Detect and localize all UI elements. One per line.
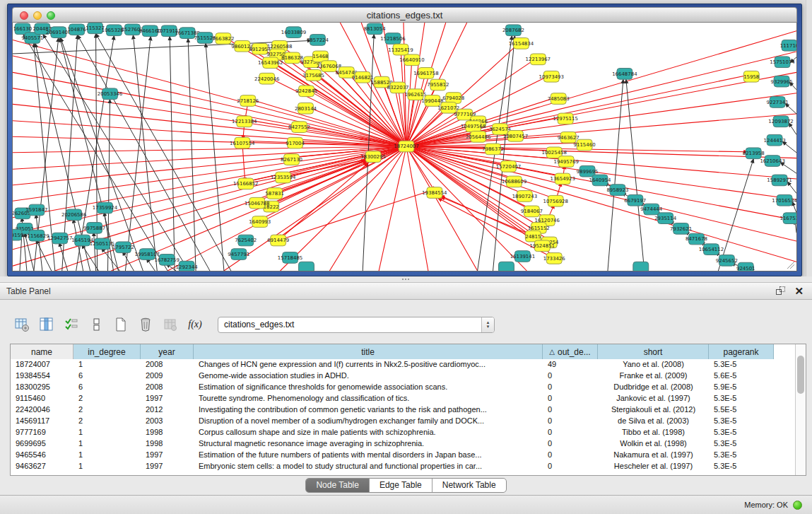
table-cell: 5.3E-5: [709, 416, 774, 427]
column-header-in_degree[interactable]: in_degree: [73, 344, 141, 359]
table-row[interactable]: 1872400712008Changes of HCN gene express…: [11, 359, 795, 370]
table-row[interactable]: 1938455462009Genome-wide association stu…: [11, 370, 795, 382]
table-cell: Nakamura et al. (1997): [598, 450, 709, 461]
table-cell: 5.3E-5: [709, 359, 774, 370]
table-cell: 2: [73, 416, 141, 427]
table-cell: Estimation of significance thresholds fo…: [194, 382, 543, 393]
table-row[interactable]: 946554611997Estimation of the future num…: [11, 450, 795, 461]
table-cell: 1998: [141, 438, 194, 450]
import-table-button-disabled: [161, 315, 180, 334]
svg-text:587831: 587831: [265, 191, 284, 197]
new-table-button[interactable]: [112, 315, 130, 334]
svg-text:9474444: 9474444: [640, 206, 662, 212]
svg-text:9245652: 9245652: [716, 258, 738, 264]
column-header-short[interactable]: short: [598, 344, 709, 359]
show-column-button[interactable]: [37, 315, 56, 334]
table-row[interactable]: 2242004622012Investigating the contribut…: [11, 404, 795, 416]
svg-text:16033809: 16033809: [281, 30, 306, 35]
close-panel-icon[interactable]: ✕: [794, 286, 804, 296]
column-header-out_de[interactable]: △out_de...: [543, 344, 598, 359]
svg-text:7986372: 7986372: [482, 146, 504, 152]
svg-text:8322037: 8322037: [387, 85, 409, 90]
window-resize-grip[interactable]: [787, 262, 794, 269]
table-row[interactable]: 911546021997Tourette syndrome. Phenomeno…: [11, 393, 795, 404]
table-cell: Structural magnetic resonance image aver…: [194, 438, 543, 450]
svg-text:17359924: 17359924: [93, 206, 117, 211]
table-row[interactable]: 969969511998Structural magnetic resonanc…: [11, 438, 795, 450]
svg-text:9227341: 9227341: [767, 100, 789, 105]
table-selector-dropdown[interactable]: citations_edges.txt ▲▼: [218, 317, 495, 333]
splitter-grip-icon[interactable]: [401, 278, 410, 281]
network-canvas[interactable]: 1661309405571204487206914061048761153271…: [12, 23, 797, 271]
close-window-button[interactable]: [20, 11, 28, 20]
table-cell: 5.3E-5: [709, 461, 774, 472]
svg-text:12213384: 12213384: [232, 119, 257, 124]
svg-text:15218506: 15218506: [380, 36, 405, 42]
svg-text:8958923: 8958923: [606, 187, 628, 193]
table-row[interactable]: 1830029562008Estimation of significance …: [11, 382, 795, 393]
scrollbar-thumb[interactable]: [797, 356, 804, 394]
svg-text:1615152: 1615152: [528, 226, 550, 231]
table-cell: Franke et al. (2009): [598, 370, 709, 382]
toggle-rows-button[interactable]: [87, 315, 105, 334]
table-cell: 9463627: [11, 461, 73, 472]
table-cell: 2: [73, 393, 141, 404]
function-builder-button[interactable]: f(x): [186, 315, 204, 334]
svg-text:2935114: 2935114: [654, 216, 676, 221]
table-vertical-scrollbar[interactable]: [795, 344, 806, 475]
table-cell: Wolkin et al. (1998): [598, 438, 709, 450]
table-cell: 0: [543, 404, 598, 416]
svg-text:839159: 839159: [13, 233, 23, 238]
table-cell: Hescheler et al. (1997): [598, 461, 709, 472]
svg-text:2718126: 2718126: [237, 98, 259, 104]
table-row[interactable]: 977716911998Corpus callosum shape and si…: [11, 427, 795, 438]
table-settings-button[interactable]: [13, 315, 31, 334]
svg-text:1733426: 1733426: [543, 256, 565, 262]
zoom-window-button[interactable]: [47, 11, 55, 20]
graph-node[interactable]: [299, 262, 314, 271]
float-panel-icon[interactable]: [776, 286, 786, 296]
header-filler: [774, 344, 795, 359]
citation-network-graph[interactable]: 1661309405571204487206914061048761153271…: [13, 23, 796, 271]
table-row[interactable]: 946362711997Embryonic stem cells: a mode…: [11, 461, 795, 472]
table-body: 1872400712008Changes of HCN gene express…: [11, 359, 795, 472]
column-header-name[interactable]: name: [11, 344, 73, 359]
table-panel-body: f(x) citations_edges.txt ▲▼ namein_degre…: [0, 300, 812, 495]
svg-text:7625402: 7625402: [235, 238, 257, 243]
edit-columns-button[interactable]: [62, 315, 81, 334]
graph-node[interactable]: [499, 262, 514, 271]
column-header-year[interactable]: year: [141, 344, 194, 359]
table-cell: 0: [543, 438, 598, 450]
tab-node-table[interactable]: Node Table: [306, 479, 370, 492]
table-cell: Jankovic et al. (1997): [598, 393, 709, 404]
svg-text:917004: 917004: [286, 141, 305, 146]
network-window-titlebar[interactable]: citations_edges.txt: [12, 7, 797, 23]
svg-text:166130: 166130: [13, 26, 33, 32]
table-cell: 5.6E-5: [709, 370, 774, 382]
svg-text:11156829: 11156829: [24, 233, 49, 239]
table-cell: 18724007: [11, 359, 73, 370]
delete-table-button[interactable]: [136, 315, 155, 334]
svg-text:10688609: 10688609: [502, 179, 526, 185]
table-row[interactable]: 1456911722003Disruption of a novel membe…: [11, 416, 795, 427]
minimize-window-button[interactable]: [33, 11, 42, 20]
table-type-segmented-control: Node TableEdge TableNetwork Table: [305, 478, 506, 493]
svg-text:7857224: 7857224: [307, 37, 329, 43]
memory-status-label: Memory: OK: [744, 501, 788, 509]
svg-text:12975115: 12975115: [553, 116, 577, 122]
horizontal-splitter[interactable]: [0, 276, 812, 283]
table-cell: 1997: [141, 450, 194, 461]
svg-text:1244413: 1244413: [764, 138, 786, 144]
column-header-title[interactable]: title: [194, 344, 543, 359]
svg-text:15751074: 15751074: [770, 59, 794, 65]
table-cell: Dudbridge et al. (2008): [598, 382, 709, 393]
svg-text:9899695: 9899695: [577, 169, 599, 175]
graph-node[interactable]: [633, 262, 649, 271]
tab-network-table[interactable]: Network Table: [433, 479, 506, 492]
svg-text:19495769: 19495769: [553, 159, 578, 165]
tab-edge-table[interactable]: Edge Table: [370, 479, 433, 492]
table-cell: 2003: [141, 416, 194, 427]
svg-text:8267130: 8267130: [281, 157, 302, 163]
column-header-pagerank[interactable]: pagerank: [709, 344, 774, 359]
svg-text:8427552: 8427552: [288, 124, 310, 130]
